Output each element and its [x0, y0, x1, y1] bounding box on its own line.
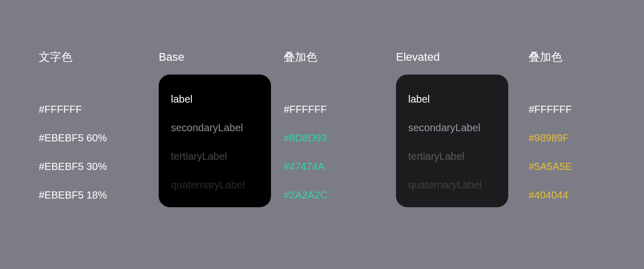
label-sample: quaternaryLabel: [408, 170, 496, 199]
overlay-elevated-column: 叠加色 #FFFFFF #98989F #5A5A5E #404044: [529, 50, 605, 209]
elevated-header: Elevated: [396, 50, 529, 64]
elevated-card: label secondaryLabel tertiaryLabel quate…: [396, 75, 508, 207]
overlay-elevated-header: 叠加色: [529, 50, 605, 64]
overlay-base-value: #47474A: [284, 152, 396, 181]
text-color-column: 文字色 #FFFFFF #EBEBF5 60% #EBEBF5 30% #EBE…: [39, 50, 159, 209]
overlay-base-value: #FFFFFF: [284, 95, 396, 124]
label-sample: tertiaryLabel: [408, 142, 496, 170]
overlay-elevated-value: #404044: [529, 181, 605, 209]
overlay-base-header: 叠加色: [284, 50, 396, 64]
overlay-base-value: #8D8D93: [284, 124, 396, 152]
text-color-value: #EBEBF5 60%: [39, 124, 159, 152]
overlay-elevated-value: #98989F: [529, 124, 605, 152]
label-sample: secondaryLabel: [408, 113, 496, 142]
label-sample: quaternaryLabel: [171, 170, 259, 199]
overlay-base-column: 叠加色 #FFFFFF #8D8D93 #47474A #2A2A2C: [284, 50, 396, 209]
label-sample: label: [171, 85, 259, 113]
text-color-value: #EBEBF5 18%: [39, 181, 159, 209]
label-sample: secondaryLabel: [171, 113, 259, 142]
elevated-column: Elevated label secondaryLabel tertiaryLa…: [396, 50, 529, 209]
text-color-header: 文字色: [39, 50, 159, 64]
label-sample: label: [408, 85, 496, 113]
overlay-elevated-value: #FFFFFF: [529, 95, 605, 124]
overlay-elevated-value: #5A5A5E: [529, 152, 605, 181]
base-column: Base label secondaryLabel tertiaryLabel …: [159, 50, 284, 209]
overlay-base-value: #2A2A2C: [284, 181, 396, 209]
text-color-value: #EBEBF5 30%: [39, 152, 159, 181]
base-header: Base: [159, 50, 284, 64]
label-sample: tertiaryLabel: [171, 142, 259, 170]
base-card: label secondaryLabel tertiaryLabel quate…: [159, 75, 271, 207]
color-spec-grid: 文字色 #FFFFFF #EBEBF5 60% #EBEBF5 30% #EBE…: [39, 50, 605, 209]
text-color-value: #FFFFFF: [39, 95, 159, 124]
